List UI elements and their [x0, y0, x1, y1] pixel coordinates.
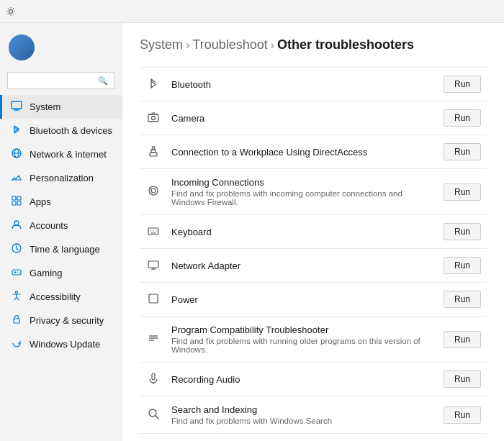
svg-point-21: [152, 116, 156, 119]
profile-section: [0, 26, 122, 69]
svg-rect-20: [148, 114, 158, 122]
network-info: Network Adapter: [171, 260, 433, 271]
sidebar-item-label-accounts: Accounts: [30, 220, 68, 231]
incoming-info: Incoming ConnectionsFind and fix problem…: [171, 177, 433, 206]
breadcrumb-separator: ›: [271, 39, 274, 52]
sidebar-item-accounts[interactable]: Accounts: [0, 214, 122, 237]
camera-icon: [145, 111, 161, 126]
troubleshooter-item-bluetooth: BluetoothRun: [140, 67, 487, 101]
directaccess-info: Connection to a Workplace Using DirectAc…: [171, 147, 433, 158]
svg-point-11: [14, 221, 19, 225]
svg-line-42: [156, 416, 158, 419]
search-icon: 🔍: [98, 76, 108, 86]
breadcrumb-separator: ›: [186, 39, 189, 52]
audio-name: Recording Audio: [171, 374, 433, 385]
search-run-button[interactable]: Run: [444, 406, 481, 424]
sidebar-item-update[interactable]: Windows Update: [0, 332, 122, 356]
camera-run-button[interactable]: Run: [444, 109, 481, 127]
main-content: System›Troubleshoot›Other troubleshooter…: [122, 23, 504, 441]
system-nav-icon: [11, 100, 22, 114]
svg-point-0: [9, 9, 13, 13]
network-nav-icon: [11, 147, 22, 161]
minimize-button[interactable]: [399, 0, 432, 23]
maximize-button[interactable]: [432, 0, 465, 23]
sidebar-item-label-apps: Apps: [30, 196, 51, 207]
svg-rect-32: [148, 261, 158, 268]
sidebar-item-time[interactable]: Time & language: [0, 237, 122, 261]
sidebar-item-label-system: System: [30, 101, 60, 112]
troubleshooter-item-network: Network AdapterRun: [140, 249, 487, 283]
incoming-run-button[interactable]: Run: [444, 183, 481, 201]
sidebar: 🔍 SystemBluetooth & devicesNetwork & int…: [0, 23, 122, 441]
gaming-nav-icon: [11, 266, 22, 280]
close-button[interactable]: [465, 0, 498, 23]
troubleshooter-item-search: Search and IndexingFind and fix problems…: [140, 396, 487, 434]
sidebar-item-personalization[interactable]: Personalization: [0, 166, 122, 190]
svg-rect-8: [17, 196, 21, 200]
directaccess-icon: [145, 145, 161, 160]
directaccess-name: Connection to a Workplace Using DirectAc…: [171, 147, 433, 158]
svg-rect-1: [12, 101, 22, 109]
search-name: Search and Indexing: [171, 404, 433, 415]
compatibility-run-button[interactable]: Run: [444, 331, 481, 348]
svg-rect-22: [150, 153, 157, 156]
sidebar-item-privacy[interactable]: Privacy & security: [0, 309, 122, 332]
sidebar-item-accessibility[interactable]: Accessibility: [0, 285, 122, 309]
camera-info: Camera: [171, 113, 433, 124]
keyboard-icon: [145, 224, 161, 240]
incoming-desc: Find and fix problems with incoming comp…: [171, 189, 433, 206]
sidebar-item-label-bluetooth: Bluetooth & devices: [30, 125, 112, 136]
incoming-icon: [145, 184, 161, 199]
directaccess-run-button[interactable]: Run: [444, 143, 481, 160]
svg-rect-24: [153, 147, 155, 150]
keyboard-run-button[interactable]: Run: [444, 223, 481, 240]
search-desc: Find and fix problems with Windows Searc…: [171, 417, 433, 425]
troubleshooter-item-camera: CameraRun: [140, 101, 487, 135]
avatar: [9, 35, 35, 60]
power-run-button[interactable]: Run: [444, 291, 481, 308]
power-info: Power: [171, 294, 433, 305]
sidebar-item-bluetooth[interactable]: Bluetooth & devices: [0, 119, 122, 142]
troubleshooter-item-keyboard: KeyboardRun: [140, 215, 487, 249]
svg-rect-9: [12, 201, 16, 205]
svg-rect-35: [149, 294, 158, 303]
audio-icon: [145, 372, 161, 387]
search-box[interactable]: 🔍: [7, 72, 114, 89]
sidebar-item-system[interactable]: System: [0, 95, 122, 119]
title-bar-left: [6, 6, 20, 17]
sidebar-item-gaming[interactable]: Gaming: [0, 261, 122, 285]
incoming-name: Incoming Connections: [171, 177, 433, 188]
svg-rect-10: [17, 201, 21, 205]
bluetooth-icon: [145, 77, 161, 92]
sidebar-item-apps[interactable]: Apps: [0, 190, 122, 214]
bluetooth-name: Bluetooth: [171, 79, 433, 90]
svg-rect-7: [12, 196, 16, 200]
personalization-nav-icon: [11, 171, 22, 185]
bluetooth-nav-icon: [11, 124, 22, 137]
svg-rect-19: [14, 319, 19, 323]
breadcrumb-item-1[interactable]: Troubleshoot: [192, 37, 267, 53]
sidebar-item-label-accessibility: Accessibility: [30, 291, 81, 302]
svg-rect-23: [151, 150, 156, 153]
sidebar-item-label-privacy: Privacy & security: [30, 315, 104, 326]
power-name: Power: [171, 294, 433, 305]
keyboard-info: Keyboard: [171, 227, 433, 237]
network-run-button[interactable]: Run: [444, 257, 481, 274]
apps-nav-icon: [11, 195, 22, 209]
audio-run-button[interactable]: Run: [444, 370, 481, 388]
troubleshooter-list: BluetoothRunCameraRunConnection to a Wor…: [140, 67, 487, 441]
compatibility-name: Program Compatibility Troubleshooter: [171, 324, 433, 335]
bluetooth-run-button[interactable]: Run: [444, 76, 481, 93]
bluetooth-info: Bluetooth: [171, 79, 433, 90]
search-input[interactable]: [14, 76, 94, 86]
compatibility-desc: Find and fix problems with running older…: [171, 337, 433, 354]
title-bar-controls: [399, 0, 498, 23]
troubleshooter-item-power: PowerRun: [140, 283, 487, 317]
troubleshooter-item-incoming: Incoming ConnectionsFind and fix problem…: [140, 169, 487, 215]
sidebar-item-network[interactable]: Network & internet: [0, 142, 122, 166]
breadcrumb-item-2: Other troubleshooters: [277, 37, 414, 53]
breadcrumb-item-0[interactable]: System: [140, 37, 183, 53]
accessibility-nav-icon: [11, 290, 22, 304]
search-info: Search and IndexingFind and fix problems…: [171, 404, 433, 425]
svg-rect-13: [12, 270, 21, 275]
